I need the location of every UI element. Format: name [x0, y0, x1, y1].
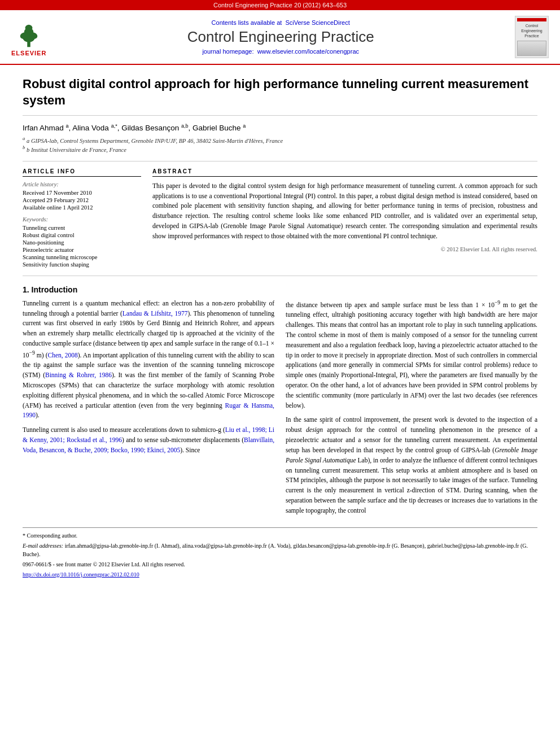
sciverse-link[interactable]: SciVerse ScienceDirect — [285, 19, 349, 26]
ref-landau[interactable]: Landau & Lifshitz, 1977 — [123, 310, 188, 317]
article-info-heading: ARTICLE INFO — [23, 168, 141, 177]
affiliation-b: b b Institut Universitaire de France, Fr… — [23, 145, 537, 153]
elsevier-logo: ELSEVIER — [11, 18, 46, 56]
journal-cover-image: ControlEngineeringPractice — [515, 16, 549, 58]
body-col-left: Tunneling current is a quantum mechanica… — [23, 299, 274, 521]
copyright: © 2012 Elsevier Ltd. All rights reserved… — [152, 246, 537, 252]
journal-header: ELSEVIER Contents lists available at Sci… — [0, 10, 560, 65]
affiliation-a: a a GIPSA-lab, Control Systems Departmen… — [23, 136, 537, 144]
corresponding-author-note: * Corresponding author. — [23, 531, 537, 540]
body-columns: Tunneling current is a quantum mechanica… — [23, 299, 537, 521]
article-info-column: ARTICLE INFO Article history: Received 1… — [23, 168, 141, 269]
author-gabriel: Gabriel Buche a — [193, 124, 246, 132]
keyword-3: Nano-positioning — [23, 239, 141, 246]
author-gildas: Gildas Besançon a,b — [121, 124, 188, 132]
accepted-date: Accepted 29 February 2012 — [23, 197, 141, 203]
journal-citation-bar: Control Engineering Practice 20 (2012) 6… — [0, 0, 560, 10]
email-footnote: E-mail addresses: irfan.ahmad@gipsa-lab.… — [23, 541, 537, 558]
main-content: Robust digital control approach for high… — [0, 65, 560, 592]
ref-liu[interactable]: Liu et al., 1998; Li & Kenny, 2001; Rock… — [23, 426, 274, 443]
body-col-right: the distance between tip apex and sample… — [286, 299, 537, 521]
header-left: ELSEVIER — [11, 18, 46, 56]
author-alina: Alina Voda a,* — [72, 124, 117, 132]
ref-binning[interactable]: Binning & Rohrer, 1986 — [45, 372, 112, 378]
keyword-2: Robust digital control — [23, 232, 141, 238]
homepage-link[interactable]: www.elsevier.com/locate/conengprac — [257, 48, 359, 55]
authors-line: Irfan Ahmad a, Alina Voda a,*, Gildas Be… — [23, 123, 537, 132]
doi-footnote-1: 0967-0661/$ - see front matter © 2012 El… — [23, 560, 537, 569]
body-p1: Tunneling current is a quantum mechanica… — [23, 299, 274, 421]
keyword-4: Piezoelectric actuator — [23, 247, 141, 253]
svg-point-3 — [25, 25, 33, 31]
received-date: Received 17 November 2010 — [23, 190, 141, 196]
abstract-column: ABSTRACT This paper is devoted to the di… — [152, 168, 537, 269]
available-date: Available online 1 April 2012 — [23, 204, 141, 211]
ref-rugar[interactable]: Rugar & Hansma, 1990 — [23, 402, 274, 419]
body-p4: In the same spirit of control improvemen… — [286, 415, 537, 516]
keyword-6: Sensitivity function shaping — [23, 261, 141, 268]
journal-name: Control Engineering Practice — [46, 28, 515, 46]
journal-homepage: journal homepage: www.elsevier.com/locat… — [46, 48, 515, 55]
footnote-section: * Corresponding author. E-mail addresses… — [23, 527, 537, 579]
affiliations: a a GIPSA-lab, Control Systems Departmen… — [23, 136, 537, 161]
section1-title: 1. Introduction — [23, 285, 537, 294]
ref-chen[interactable]: Chen, 2008 — [47, 352, 77, 359]
article-info-abstract: ARTICLE INFO Article history: Received 1… — [23, 168, 537, 276]
citation-text: Control Engineering Practice 20 (2012) 6… — [213, 2, 347, 8]
keywords-label: Keywords: — [23, 216, 141, 222]
cover-graphic — [517, 41, 546, 56]
body-p3: the distance between tip apex and sample… — [286, 299, 537, 411]
abstract-text: This paper is devoted to the digital con… — [152, 181, 537, 242]
journal-center-info: Contents lists available at SciVerse Sci… — [46, 19, 515, 55]
body-p2: Tunneling current is also used to measur… — [23, 425, 274, 455]
author-irfan: Irfan Ahmad a — [23, 124, 69, 132]
elsevier-brand: ELSEVIER — [11, 50, 46, 56]
keywords-section: Keywords: Tunneling current Robust digit… — [23, 216, 141, 268]
elsevier-tree-icon — [15, 18, 43, 49]
abstract-heading: ABSTRACT — [152, 168, 537, 177]
doi-footnote-2[interactable]: http://dx.doi.org/10.1016/j.conengprac.2… — [23, 570, 537, 579]
contents-available: Contents lists available at SciVerse Sci… — [46, 19, 515, 26]
keyword-5: Scanning tunneling microscope — [23, 254, 141, 260]
article-title: Robust digital control approach for high… — [23, 76, 537, 116]
keyword-1: Tunneling current — [23, 225, 141, 231]
history-label: Article history: — [23, 181, 141, 187]
